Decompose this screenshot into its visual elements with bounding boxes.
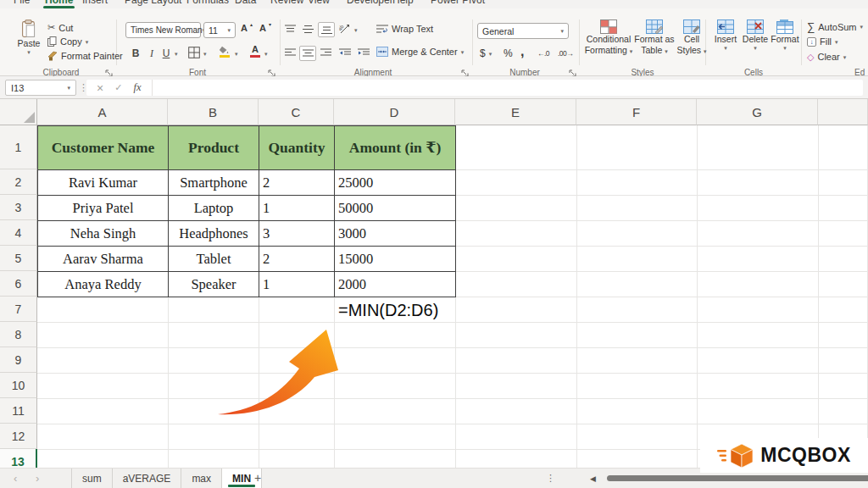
comma-style-button[interactable]: , — [520, 44, 524, 59]
row-header-5[interactable]: 5 — [0, 246, 37, 271]
decrease-indent-button[interactable] — [339, 48, 351, 58]
decrease-font-size-button[interactable]: A — [259, 23, 266, 33]
number-format-select[interactable]: General ▾ — [477, 23, 569, 39]
column-header-A[interactable]: A — [37, 99, 168, 125]
autosum-button[interactable]: ∑ AutoSum ▾ — [807, 21, 863, 32]
scroll-left-icon[interactable]: ◀ — [590, 474, 596, 483]
table-cell[interactable]: 2 — [259, 247, 335, 272]
borders-button[interactable] — [188, 47, 200, 58]
increase-decimal-button[interactable]: ←.0 — [537, 49, 549, 58]
row-header-3[interactable]: 3 — [0, 195, 37, 220]
ribbon-tab-data[interactable]: Data — [235, 0, 256, 6]
table-cell[interactable]: Headphones — [169, 221, 259, 247]
select-all-corner[interactable] — [0, 99, 37, 125]
font-color-caret-icon[interactable]: ▾ — [264, 51, 268, 57]
table-cell[interactable]: 1 — [259, 196, 335, 221]
orientation-button[interactable]: ab — [339, 23, 351, 35]
increase-font-size-button[interactable]: A — [241, 23, 248, 33]
sheet-tab-sum[interactable]: sum — [71, 469, 113, 488]
merge-center-button[interactable]: Merge & Center ▾ — [376, 47, 464, 57]
column-header-G[interactable]: G — [697, 99, 818, 125]
row-header-12[interactable]: 12 — [0, 424, 37, 449]
underline-button[interactable]: U — [160, 46, 172, 61]
horizontal-scrollbar[interactable] — [607, 475, 868, 481]
decrease-decimal-button[interactable]: .00→ — [558, 49, 573, 58]
underline-caret-icon[interactable]: ▾ — [175, 51, 178, 57]
clear-button[interactable]: ◇ Clear ▾ — [807, 52, 846, 62]
ribbon-tab-formulas[interactable]: Formulas — [186, 0, 229, 6]
row-header-11[interactable]: 11 — [0, 398, 37, 424]
row-header-7[interactable]: 7 — [0, 297, 37, 322]
increase-indent-button[interactable] — [358, 48, 370, 58]
table-cell[interactable]: Laptop — [169, 196, 259, 221]
ribbon-tab-developer[interactable]: Developer — [347, 0, 393, 6]
table-cell[interactable]: Neha Singh — [38, 221, 169, 247]
cancel-icon[interactable]: × — [97, 81, 103, 95]
sheet-tab-max[interactable]: max — [181, 469, 222, 488]
table-header-cell[interactable]: Customer Name — [38, 126, 169, 170]
insert-function-icon[interactable]: fx — [133, 81, 141, 94]
column-header-B[interactable]: B — [168, 99, 259, 125]
fill-button[interactable]: ↓ Fill ▾ — [807, 36, 838, 47]
ribbon-tab-page-layout[interactable]: Page Layout — [125, 0, 181, 6]
enter-icon[interactable]: ✓ — [114, 82, 122, 93]
table-cell[interactable]: Smartphone — [169, 170, 259, 196]
table-header-cell[interactable]: Product — [169, 126, 259, 170]
ribbon-tab-review[interactable]: Review — [270, 0, 303, 6]
currency-button[interactable]: $ ▾ — [480, 47, 492, 59]
add-sheet-button[interactable]: + — [254, 471, 261, 485]
prev-sheet-icon[interactable]: ‹ — [14, 472, 17, 485]
table-cell[interactable]: Speaker — [169, 272, 259, 297]
table-cell[interactable]: 2000 — [335, 272, 456, 297]
ribbon-tab-file[interactable]: File — [14, 0, 30, 6]
font-name-select[interactable]: Times New Roman ▾ — [125, 22, 201, 38]
copy-button[interactable]: Copy ▾ — [47, 36, 88, 47]
table-cell[interactable]: 3000 — [335, 221, 456, 247]
row-header-4[interactable]: 4 — [0, 220, 37, 246]
wrap-text-button[interactable]: Wrap Text — [376, 24, 433, 34]
format-painter-button[interactable]: Format Painter — [47, 51, 123, 61]
ribbon-tab-insert[interactable]: Insert — [82, 0, 108, 6]
column-header-partial[interactable] — [818, 99, 868, 125]
column-header-D[interactable]: D — [334, 99, 455, 125]
format-as-table-button[interactable]: Format as Table ▾ — [634, 19, 675, 56]
orientation-caret-icon[interactable]: ▾ — [354, 27, 358, 33]
ribbon-tab-help[interactable]: Help — [392, 0, 414, 6]
conditional-formatting-button[interactable]: Conditional Formatting ▾ — [583, 19, 634, 56]
paste-button[interactable]: Paste ▾ — [12, 19, 46, 55]
table-cell[interactable]: Anaya Reddy — [38, 272, 169, 297]
row-header-13[interactable]: 13 — [0, 449, 37, 468]
name-box[interactable]: I13 ▾ — [5, 80, 76, 96]
borders-caret-icon[interactable]: ▾ — [203, 51, 207, 57]
italic-button[interactable]: I — [146, 46, 158, 61]
align-left-button[interactable] — [285, 48, 296, 58]
ribbon-tab-power-pivot[interactable]: Power Pivot — [431, 0, 485, 6]
cut-button[interactable]: ✂ Cut — [47, 22, 73, 33]
table-header-cell[interactable]: Quantity — [259, 126, 335, 170]
delete-cells-button[interactable]: Delete ▾ — [741, 19, 770, 51]
sheet-tab-average[interactable]: aVERAGE — [113, 469, 182, 488]
table-cell[interactable]: 15000 — [335, 247, 456, 272]
column-header-E[interactable]: E — [455, 99, 576, 125]
align-top-button[interactable] — [285, 25, 296, 34]
bold-button[interactable]: B — [129, 46, 142, 61]
column-header-F[interactable]: F — [576, 99, 697, 125]
row-header-2[interactable]: 2 — [0, 169, 37, 195]
table-cell[interactable]: Aarav Sharma — [38, 247, 169, 272]
ribbon-tab-view[interactable]: View — [308, 0, 330, 6]
row-header-10[interactable]: 10 — [0, 373, 37, 398]
align-middle-button[interactable] — [303, 25, 314, 34]
fill-color-caret-icon[interactable]: ▾ — [235, 51, 238, 57]
next-sheet-icon[interactable]: › — [36, 472, 39, 485]
insert-cells-button[interactable]: Insert ▾ — [712, 19, 739, 51]
row-header-8[interactable]: 8 — [0, 322, 37, 347]
row-header-6[interactable]: 6 — [0, 271, 37, 297]
column-header-C[interactable]: C — [259, 99, 334, 125]
ribbon-tab-home[interactable]: Home — [45, 0, 73, 6]
align-center-button[interactable] — [299, 46, 316, 61]
row-header-1[interactable]: 1 — [0, 125, 37, 169]
table-cell[interactable]: 25000 — [335, 170, 456, 196]
fill-color-button[interactable] — [219, 46, 230, 58]
percent-button[interactable]: % — [504, 47, 513, 59]
cell-styles-button[interactable]: Cell Styles ▾ — [675, 19, 709, 56]
